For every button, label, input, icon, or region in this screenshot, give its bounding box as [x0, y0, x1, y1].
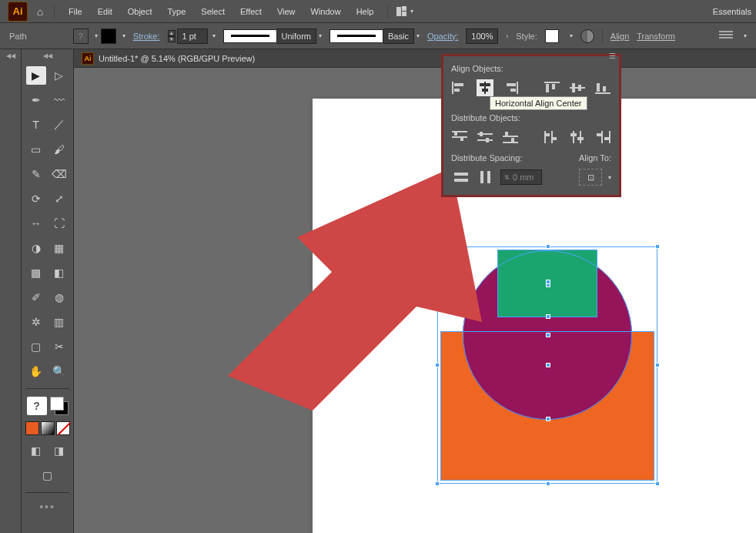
draw-mode-icon[interactable]: ◧: [26, 441, 46, 460]
arrange-documents-button[interactable]: ▾: [394, 4, 416, 19]
profile-dropdown[interactable]: Uniform ▾: [223, 28, 323, 44]
align-right-button[interactable]: [503, 79, 519, 96]
brush-dropdown[interactable]: Basic ▾: [329, 28, 420, 44]
svg-rect-26: [486, 138, 489, 142]
menu-select[interactable]: Select: [193, 0, 232, 23]
opacity-chevron-icon[interactable]: ›: [506, 32, 508, 40]
canvas[interactable]: [74, 68, 756, 533]
svg-rect-3: [454, 89, 460, 92]
distribute-right-button[interactable]: [595, 129, 611, 146]
toolbar-collapse-icon[interactable]: ◀◀: [22, 52, 73, 63]
eyedropper-tool[interactable]: ✐: [26, 288, 46, 307]
free-transform-tool[interactable]: ⛶: [49, 214, 69, 233]
svg-rect-32: [551, 131, 553, 143]
recolor-artwork-icon[interactable]: [580, 29, 594, 43]
paintbrush-tool[interactable]: 🖌: [49, 140, 69, 159]
fill-dropdown-icon[interactable]: ▾: [95, 32, 98, 39]
gradient-mode-swatch[interactable]: [41, 421, 55, 435]
svg-rect-31: [544, 131, 546, 143]
selection-tool[interactable]: ▶: [26, 66, 46, 85]
artboard-tool[interactable]: ▢: [26, 337, 46, 356]
zoom-tool[interactable]: 🔍: [49, 362, 69, 380]
menu-view[interactable]: View: [269, 0, 303, 23]
panel-collapse-icon[interactable]: ◀◀: [0, 52, 21, 63]
edit-toolbar-icon[interactable]: •••: [39, 501, 55, 513]
spacing-value-field[interactable]: ⇅0 mm: [500, 169, 542, 185]
align-link[interactable]: Align: [610, 32, 629, 41]
distribute-left-button[interactable]: [544, 129, 560, 146]
document-icon: Ai: [82, 52, 94, 65]
menu-type[interactable]: Type: [160, 0, 194, 23]
distribute-bottom-button[interactable]: [503, 129, 519, 146]
eraser-tool[interactable]: ⌫: [49, 165, 69, 183]
stroke-weight-stepper[interactable]: ▴▾ 1 pt ▾: [168, 28, 216, 44]
isolate-icon[interactable]: [719, 31, 733, 42]
toolbox-help-icon[interactable]: ?: [27, 397, 47, 415]
mesh-tool[interactable]: ▩: [26, 263, 46, 282]
menu-edit[interactable]: Edit: [90, 0, 120, 23]
type-tool[interactable]: T: [26, 116, 46, 134]
stroke-swatch[interactable]: [101, 28, 116, 44]
menu-effect[interactable]: Effect: [232, 0, 269, 23]
distribute-vcenter-button[interactable]: [477, 129, 493, 146]
symbol-sprayer-tool[interactable]: ✲: [26, 313, 46, 331]
width-tool[interactable]: ↔: [26, 214, 46, 233]
color-mode-swatch[interactable]: [25, 421, 39, 435]
horizontal-spacing-button[interactable]: [476, 169, 496, 186]
shape-builder-tool[interactable]: ◑: [26, 239, 46, 257]
column-graph-tool[interactable]: ▥: [49, 313, 69, 331]
menu-help[interactable]: Help: [349, 0, 382, 23]
slice-tool[interactable]: ✂: [49, 337, 69, 356]
curvature-tool[interactable]: 〰: [49, 91, 69, 109]
pen-tool[interactable]: ✒: [26, 91, 46, 109]
align-objects-label: Align Objects:: [451, 64, 611, 73]
align-to-dropdown[interactable]: ⊡: [579, 169, 602, 186]
svg-rect-15: [578, 85, 581, 91]
home-icon[interactable]: ⌂: [32, 4, 48, 19]
distribute-top-button[interactable]: [451, 129, 467, 146]
menu-file[interactable]: File: [61, 0, 90, 23]
line-tool[interactable]: ／: [49, 116, 69, 134]
rotate-tool[interactable]: ⟳: [26, 189, 46, 208]
direct-selection-tool[interactable]: ▷: [49, 66, 69, 85]
hand-tool[interactable]: ✋: [26, 362, 46, 380]
stroke-link[interactable]: Stroke:: [133, 32, 160, 41]
gradient-tool[interactable]: ◧: [49, 263, 69, 282]
stroke-weight-value: 1 pt: [177, 28, 208, 44]
fill-stroke-swatch[interactable]: [50, 397, 69, 415]
rectangle-tool[interactable]: ▭: [26, 140, 46, 159]
align-left-button[interactable]: [451, 79, 467, 96]
perspective-grid-tool[interactable]: ▦: [49, 239, 69, 257]
scale-tool[interactable]: ⤢: [49, 189, 69, 208]
menu-object[interactable]: Object: [120, 0, 160, 23]
screen-mode-icon[interactable]: ◨: [49, 441, 69, 460]
graphic-style-swatch[interactable]: [545, 29, 559, 43]
distribute-hcenter-button[interactable]: [569, 129, 585, 146]
vertical-spacing-button[interactable]: [451, 169, 471, 186]
distribute-objects-label: Distribute Objects:: [451, 113, 611, 122]
document-tab-title[interactable]: Untitled-1* @ 5.14% (RGB/GPU Preview): [99, 54, 255, 63]
opacity-value[interactable]: 100%: [466, 28, 498, 44]
shaper-tool[interactable]: ✎: [26, 165, 46, 183]
menu-window[interactable]: Window: [303, 0, 349, 23]
workspace-name[interactable]: Essentials: [713, 7, 756, 16]
svg-rect-18: [603, 86, 606, 92]
transform-link[interactable]: Transform: [637, 32, 675, 41]
stroke-dropdown-icon[interactable]: ▾: [122, 32, 125, 39]
align-bottom-button[interactable]: [595, 79, 611, 96]
opacity-link[interactable]: Opacity:: [427, 32, 458, 41]
svg-rect-44: [454, 179, 468, 182]
align-hcenter-button[interactable]: [477, 79, 493, 96]
none-mode-swatch[interactable]: [56, 421, 70, 435]
svg-rect-16: [595, 92, 610, 94]
panel-menu-icon[interactable]: ☰: [609, 52, 616, 60]
blend-tool[interactable]: ◍: [49, 288, 69, 307]
svg-rect-27: [503, 136, 518, 137]
change-screen-icon[interactable]: ▢: [38, 466, 58, 484]
svg-rect-34: [553, 137, 557, 140]
fill-swatch[interactable]: ?: [73, 28, 89, 44]
align-top-button[interactable]: [544, 79, 560, 96]
align-to-chevron-icon[interactable]: ▾: [608, 174, 611, 181]
svg-rect-24: [477, 139, 493, 141]
align-vcenter-button[interactable]: [569, 79, 585, 96]
